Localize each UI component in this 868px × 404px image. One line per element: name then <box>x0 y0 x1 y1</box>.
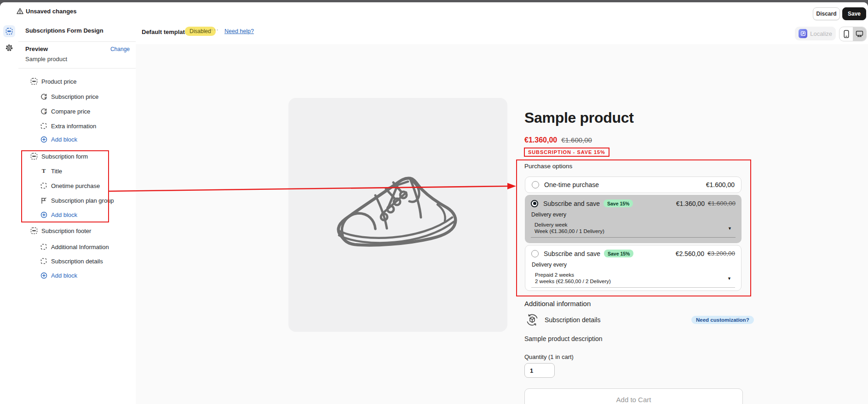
radio-subscribe-weekly[interactable] <box>531 200 538 207</box>
radio-onetime[interactable] <box>532 181 539 188</box>
tree-item-label: Subscription price <box>51 93 98 100</box>
unsaved-changes-message: Unsaved changes <box>26 8 77 15</box>
delivery-plan-select[interactable]: Delivery week Week (€1.360,00 / 1 Delive… <box>531 220 736 238</box>
subscription-details-row: Subscription details <box>525 313 600 327</box>
preview-product-name: Sample product <box>25 56 67 63</box>
delivery-plan-select[interactable]: Prepaid 2 weeks 2 weeks (€2.560,00 / 2 D… <box>531 270 735 288</box>
subscription-cycle-icon <box>525 313 539 327</box>
tree-item-label: Subscription plan group <box>51 197 114 204</box>
overflow-menu-icon[interactable]: ··· <box>211 25 219 33</box>
tree-item-onetime-purchase[interactable]: Onetime purchase <box>40 180 100 191</box>
app-block-icon <box>40 122 47 130</box>
option-price: €2.560,00 <box>676 250 704 257</box>
section-icon <box>30 227 38 234</box>
desktop-icon <box>856 30 863 38</box>
option-card-onetime[interactable]: One-time purchase €1.600,00 <box>525 176 742 193</box>
tree-item-label: Extra information <box>51 123 96 130</box>
tree-item-subscription-form[interactable]: Subscription form <box>30 151 88 162</box>
option-card-subscribe-prepaid[interactable]: Subscribe and save Save 15% €2.560,00 €3… <box>525 245 742 291</box>
preview-section: Preview Change Sample product <box>18 41 136 68</box>
plan-name: Delivery week <box>535 222 724 228</box>
option-name: One-time purchase <box>544 181 599 188</box>
product-title: Sample product <box>524 109 634 126</box>
tree-item-product-price[interactable]: Product price <box>30 76 77 87</box>
dropdown-caret-icon: ▼ <box>728 226 732 231</box>
svg-text:$: $ <box>44 96 46 100</box>
localize-app-icon <box>799 29 807 38</box>
localize-label: Localize <box>810 30 832 37</box>
mobile-icon <box>843 30 850 38</box>
svg-text:T: T <box>42 168 46 174</box>
tree-item-label: Additional Information <box>51 244 109 250</box>
tree-item-label: Onetime purchase <box>51 182 100 189</box>
svg-text:$: $ <box>44 111 46 114</box>
title-icon: T <box>40 167 47 175</box>
mobile-view-button[interactable] <box>839 27 853 41</box>
settings-nav-button[interactable] <box>5 44 13 52</box>
option-card-subscribe-weekly[interactable]: Subscribe and save Save 15% €1.360,00 €1… <box>525 195 742 243</box>
quantity-input[interactable] <box>524 363 555 378</box>
localize-button[interactable]: Localize <box>795 27 836 40</box>
tree-item-title[interactable]: TTitle <box>40 165 62 176</box>
preview-label: Preview <box>25 46 48 52</box>
save-button[interactable]: Save <box>842 7 866 20</box>
sale-price: €1.360,00 <box>524 136 557 144</box>
add-icon <box>40 211 47 218</box>
change-link[interactable]: Change <box>110 46 130 52</box>
tree-item-label: Compare price <box>51 108 90 115</box>
add-icon <box>40 272 47 279</box>
plan-detail: Week (€1.360,00 / 1 Delivery) <box>535 228 724 234</box>
dropdown-caret-icon: ▼ <box>727 276 731 281</box>
tree-item-subscription-footer[interactable]: Subscription footer <box>30 225 91 236</box>
plan-detail: 2 weeks (€2.560,00 / 2 Delivery) <box>535 278 723 285</box>
contextual-save-bar: Unsaved changes Discard Save <box>0 2 868 21</box>
tree-item-add-block[interactable]: Add block <box>40 134 77 145</box>
form-design-nav-button[interactable] <box>3 25 15 37</box>
tree-item-additional-information[interactable]: Additional Information <box>40 241 109 252</box>
tree-item-label: Subscription footer <box>41 228 91 234</box>
sections-icon <box>6 28 13 35</box>
app-window: Unsaved changes Discard Save <box>0 0 868 404</box>
option-compare-price: €3.200,00 <box>707 250 735 257</box>
tree-item-extra-information[interactable]: Extra information <box>40 120 96 131</box>
option-name: Subscribe and save <box>543 200 600 207</box>
add-icon <box>40 136 47 143</box>
gear-icon <box>5 44 13 52</box>
need-help-link[interactable]: Need help? <box>224 28 254 34</box>
tree-item-add-block[interactable]: Add block <box>40 209 77 220</box>
currency-refresh-icon: $ <box>40 108 47 115</box>
discard-button[interactable]: Discard <box>813 7 840 20</box>
save-percent-badge: Save 15% <box>604 199 633 207</box>
additional-information-heading: Additional information <box>524 300 591 307</box>
purchase-options-label: Purchase options <box>524 163 572 170</box>
option-price: €1.600,00 <box>706 181 735 188</box>
viewport-toggle <box>839 27 867 41</box>
save-percent-badge: Save 15% <box>604 250 633 257</box>
tree-item-compare-price[interactable]: $Compare price <box>40 106 90 117</box>
tree-item-label: Add block <box>51 136 77 143</box>
add-to-cart-button[interactable]: Add to Cart <box>524 388 743 404</box>
app-block-icon <box>40 257 47 265</box>
warning-icon <box>16 7 24 15</box>
tree-item-subscription-price[interactable]: $Subscription price <box>40 91 98 102</box>
template-title: Default templates <box>142 28 191 35</box>
tree-item-label: Add block <box>51 211 77 218</box>
currency-refresh-icon: $ <box>40 93 47 100</box>
tree-item-label: Title <box>51 168 62 175</box>
desktop-view-button[interactable] <box>853 27 866 41</box>
product-price-row: €1.360,00€1.600,00 <box>524 136 592 144</box>
section-icon <box>30 78 38 85</box>
tree-item-label: Product price <box>41 78 77 85</box>
radio-subscribe-prepaid[interactable] <box>531 250 539 257</box>
tree-item-label: Add block <box>51 272 77 279</box>
app-block-icon <box>40 243 47 250</box>
tree-item-label: Subscription form <box>41 153 88 160</box>
subscription-details-label: Subscription details <box>545 316 600 324</box>
tree-item-subscription-plan-group[interactable]: Subscription plan group <box>40 195 114 206</box>
tree-item-add-block[interactable]: Add block <box>40 270 77 281</box>
plan-group-icon <box>40 197 47 204</box>
plan-name: Prepaid 2 weeks <box>535 272 723 278</box>
tree-item-subscription-details[interactable]: Subscription details <box>40 256 103 267</box>
template-toolbar: Default templates Disabled ··· Need help… <box>136 21 868 45</box>
need-customization-link[interactable]: Need customization? <box>691 316 754 324</box>
